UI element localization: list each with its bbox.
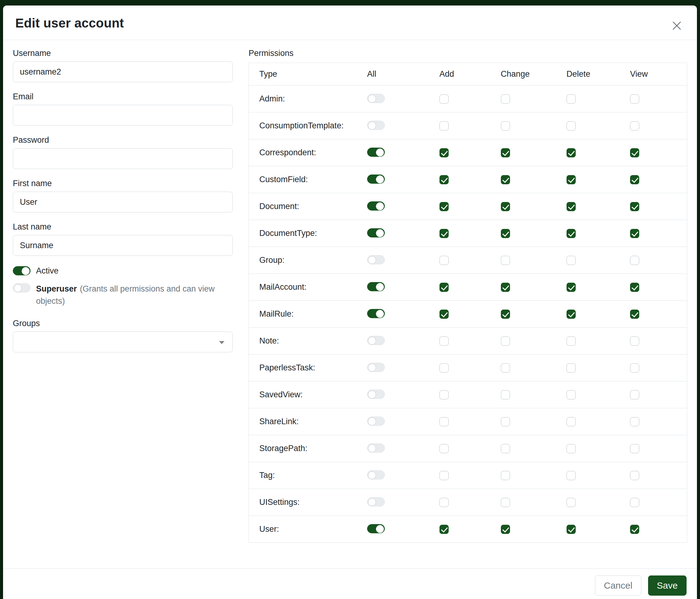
perm-all-toggle[interactable] bbox=[367, 228, 385, 237]
col-header-delete: Delete bbox=[567, 63, 630, 86]
perm-all-toggle[interactable] bbox=[367, 416, 385, 426]
perm-change-checkbox[interactable] bbox=[501, 363, 510, 373]
perm-change-checkbox[interactable] bbox=[501, 121, 510, 130]
perm-add-checkbox[interactable] bbox=[440, 363, 449, 373]
perm-change-checkbox[interactable] bbox=[501, 94, 510, 103]
perm-view-checkbox[interactable] bbox=[630, 121, 639, 130]
perm-all-toggle[interactable] bbox=[367, 94, 385, 103]
perm-delete-checkbox[interactable] bbox=[567, 229, 576, 238]
perm-view-checkbox[interactable] bbox=[630, 471, 639, 480]
perm-change-checkbox[interactable] bbox=[501, 256, 510, 265]
perm-delete-checkbox[interactable] bbox=[567, 336, 576, 346]
perm-all-toggle[interactable] bbox=[367, 390, 385, 399]
perm-view-checkbox[interactable] bbox=[630, 525, 639, 534]
perm-delete-checkbox[interactable] bbox=[567, 525, 576, 534]
perm-add-checkbox[interactable] bbox=[440, 229, 449, 238]
save-button[interactable]: Save bbox=[648, 575, 686, 596]
groups-select[interactable] bbox=[13, 332, 233, 352]
perm-delete-checkbox[interactable] bbox=[567, 390, 576, 400]
perm-change-checkbox[interactable] bbox=[501, 175, 510, 184]
perm-view-checkbox[interactable] bbox=[630, 94, 639, 103]
perm-all-toggle[interactable] bbox=[367, 444, 385, 453]
perm-all-toggle[interactable] bbox=[367, 255, 385, 264]
perm-all-toggle[interactable] bbox=[367, 201, 385, 211]
perm-add-checkbox[interactable] bbox=[440, 94, 449, 103]
last-name-input[interactable] bbox=[13, 235, 233, 256]
perm-add-checkbox[interactable] bbox=[440, 336, 449, 346]
perm-add-checkbox[interactable] bbox=[440, 202, 449, 211]
perm-all-toggle[interactable] bbox=[367, 524, 385, 533]
perm-view-checkbox[interactable] bbox=[630, 417, 639, 426]
active-toggle[interactable] bbox=[13, 266, 30, 275]
perm-view-checkbox[interactable] bbox=[630, 283, 639, 292]
perm-delete-checkbox[interactable] bbox=[567, 498, 576, 507]
perm-change-checkbox[interactable] bbox=[501, 525, 510, 534]
perm-view-checkbox[interactable] bbox=[630, 256, 639, 265]
perm-delete-checkbox[interactable] bbox=[567, 202, 576, 211]
perm-change-checkbox[interactable] bbox=[501, 498, 510, 507]
perm-all-toggle[interactable] bbox=[367, 470, 385, 480]
cancel-button[interactable]: Cancel bbox=[595, 575, 641, 596]
perm-all-toggle[interactable] bbox=[367, 363, 385, 372]
superuser-toggle[interactable] bbox=[13, 283, 30, 292]
perm-change-checkbox[interactable] bbox=[501, 310, 510, 319]
first-name-input[interactable] bbox=[13, 192, 233, 212]
perm-delete-checkbox[interactable] bbox=[567, 363, 576, 373]
perm-delete-checkbox[interactable] bbox=[567, 94, 576, 103]
username-input[interactable] bbox=[13, 62, 233, 82]
perm-change-checkbox[interactable] bbox=[501, 417, 510, 426]
perm-add-checkbox[interactable] bbox=[440, 256, 449, 265]
perm-delete-checkbox[interactable] bbox=[567, 471, 576, 480]
perm-add-checkbox[interactable] bbox=[440, 417, 449, 426]
email-input[interactable] bbox=[13, 105, 233, 126]
perm-add-checkbox[interactable] bbox=[440, 283, 449, 292]
perm-change-checkbox[interactable] bbox=[501, 336, 510, 346]
perm-add-checkbox[interactable] bbox=[440, 498, 449, 507]
perm-delete-checkbox[interactable] bbox=[567, 417, 576, 426]
perm-view-checkbox[interactable] bbox=[630, 498, 639, 507]
close-button[interactable] bbox=[670, 18, 684, 33]
perm-delete-checkbox[interactable] bbox=[567, 444, 576, 453]
perm-type-label: Group: bbox=[259, 256, 285, 265]
perm-add-checkbox[interactable] bbox=[440, 121, 449, 130]
perm-view-checkbox[interactable] bbox=[630, 444, 639, 453]
perm-all-toggle[interactable] bbox=[367, 174, 385, 184]
perm-add-checkbox[interactable] bbox=[440, 444, 449, 453]
perm-all-toggle[interactable] bbox=[367, 121, 385, 130]
perm-delete-checkbox[interactable] bbox=[567, 121, 576, 130]
perm-all-toggle[interactable] bbox=[367, 148, 385, 157]
permission-row: ConsumptionTemplate: bbox=[249, 113, 687, 139]
perm-view-checkbox[interactable] bbox=[630, 390, 639, 400]
perm-change-checkbox[interactable] bbox=[501, 202, 510, 211]
perm-view-checkbox[interactable] bbox=[630, 363, 639, 373]
perm-add-checkbox[interactable] bbox=[440, 175, 449, 184]
perm-view-checkbox[interactable] bbox=[630, 229, 639, 238]
perm-view-checkbox[interactable] bbox=[630, 175, 639, 184]
perm-delete-checkbox[interactable] bbox=[567, 256, 576, 265]
perm-view-checkbox[interactable] bbox=[630, 148, 639, 158]
perm-change-checkbox[interactable] bbox=[501, 148, 510, 158]
perm-view-checkbox[interactable] bbox=[630, 310, 639, 319]
perm-change-checkbox[interactable] bbox=[501, 390, 510, 400]
perm-all-toggle[interactable] bbox=[367, 309, 385, 318]
perm-add-checkbox[interactable] bbox=[440, 390, 449, 400]
perm-delete-checkbox[interactable] bbox=[567, 175, 576, 184]
password-input[interactable] bbox=[13, 148, 233, 169]
perm-change-checkbox[interactable] bbox=[501, 471, 510, 480]
perm-change-checkbox[interactable] bbox=[501, 283, 510, 292]
perm-add-checkbox[interactable] bbox=[440, 525, 449, 534]
perm-add-checkbox[interactable] bbox=[440, 471, 449, 480]
perm-add-checkbox[interactable] bbox=[440, 310, 449, 319]
perm-delete-checkbox[interactable] bbox=[567, 283, 576, 292]
permission-row: ShareLink: bbox=[249, 408, 687, 435]
perm-all-toggle[interactable] bbox=[367, 282, 385, 291]
perm-view-checkbox[interactable] bbox=[630, 202, 639, 211]
perm-change-checkbox[interactable] bbox=[501, 444, 510, 453]
perm-all-toggle[interactable] bbox=[367, 336, 385, 345]
perm-all-toggle[interactable] bbox=[367, 497, 385, 506]
perm-delete-checkbox[interactable] bbox=[567, 148, 576, 158]
perm-change-checkbox[interactable] bbox=[501, 229, 510, 238]
perm-delete-checkbox[interactable] bbox=[567, 310, 576, 319]
perm-add-checkbox[interactable] bbox=[440, 148, 449, 158]
perm-view-checkbox[interactable] bbox=[630, 336, 639, 346]
